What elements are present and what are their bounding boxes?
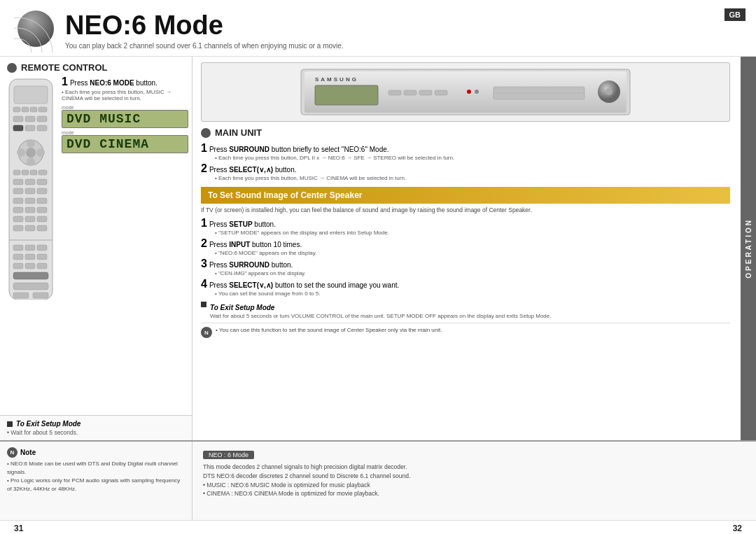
svg-point-18 xyxy=(17,148,25,157)
svg-rect-21 xyxy=(13,170,20,175)
svg-point-70 xyxy=(475,90,479,94)
step1-text: Press NEO:6 MODE button. xyxy=(70,79,158,87)
svg-rect-8 xyxy=(38,107,47,112)
setup-step1-note: • "SETUP MODE" appears on the display an… xyxy=(215,230,730,236)
svg-rect-52 xyxy=(37,263,47,269)
page-right: 32 xyxy=(733,524,742,531)
setup-step2-note: • "NEO:6 MODE" appears on the display. xyxy=(215,250,730,256)
svg-rect-42 xyxy=(37,225,47,231)
remote-steps: 1 Press NEO:6 MODE button. • Each time y… xyxy=(62,76,188,415)
svg-rect-46 xyxy=(37,245,47,251)
main-unit-header: MAIN UNIT xyxy=(201,127,730,138)
svg-point-17 xyxy=(27,157,35,166)
page-header: NEO:6 Mode You can play back 2 channel s… xyxy=(0,0,756,57)
page-left: 31 xyxy=(14,524,23,531)
page-title: NEO:6 Mode xyxy=(65,10,344,41)
setup-step1-num: 1 xyxy=(201,217,207,230)
svg-rect-22 xyxy=(22,170,29,175)
bottom-section: N Note • NEO:6 Mode can be used with DTS… xyxy=(0,440,756,531)
setup-step4: 4 Press SELECT(∨,∧) button to set the so… xyxy=(201,278,730,297)
left-panel: REMOTE CONTROL xyxy=(0,57,192,440)
exit-note: • Wait for about 5 seconds. xyxy=(7,429,185,436)
setup-step3-num: 3 xyxy=(201,258,207,270)
remote-image xyxy=(4,76,58,415)
main-note: N • You can use this function to set the… xyxy=(201,323,730,338)
main-step1-num: 1 xyxy=(201,142,207,155)
svg-rect-53 xyxy=(13,272,48,279)
main-unit-bullet-icon xyxy=(201,128,211,138)
svg-rect-56 xyxy=(33,293,48,298)
svg-rect-33 xyxy=(37,198,47,204)
setup-step4-text: Press SELECT(∨,∧) button to set the soun… xyxy=(209,281,399,289)
svg-rect-45 xyxy=(25,245,35,251)
svg-rect-63 xyxy=(419,90,432,95)
main-exit-note: Wait for about 5 seconds or turn VOLUME … xyxy=(210,313,551,319)
svg-rect-54 xyxy=(13,283,48,290)
receiver-image: SAMSUNG xyxy=(201,62,730,122)
main-unit-title: MAIN UNIT xyxy=(215,127,262,138)
svg-rect-13 xyxy=(25,125,35,131)
svg-rect-9 xyxy=(13,116,23,122)
svg-rect-25 xyxy=(13,179,23,185)
setup-step3-text: Press SURROUND button. xyxy=(209,261,293,269)
setup-step3: 3 Press SURROUND button. • "CEN-IMG" app… xyxy=(201,258,730,276)
svg-rect-28 xyxy=(13,188,23,194)
svg-rect-14 xyxy=(37,125,47,131)
exit-bullet-icon xyxy=(7,421,13,427)
decorative-circles-icon xyxy=(14,7,59,52)
main-note-text: • You can use this function to set the s… xyxy=(216,327,442,333)
setup-step1: 1 Press SETUP button. • "SETUP MODE" app… xyxy=(201,217,730,236)
main-step1-text: Press SURROUND button briefly to select … xyxy=(209,146,389,153)
svg-rect-55 xyxy=(13,293,29,298)
setup-step1-text: Press SETUP button. xyxy=(209,220,276,228)
svg-rect-31 xyxy=(13,198,23,204)
lcd-display-2: mode DVD CINEMA xyxy=(62,130,188,153)
lcd1-label: mode xyxy=(62,105,188,110)
svg-point-68 xyxy=(606,88,612,95)
svg-rect-62 xyxy=(404,90,416,95)
svg-rect-36 xyxy=(37,207,47,213)
bottom-left: N Note • NEO:6 Mode can be used with DTS… xyxy=(0,442,192,531)
svg-rect-64 xyxy=(435,90,447,95)
svg-point-69 xyxy=(467,90,471,94)
svg-rect-61 xyxy=(388,90,401,95)
svg-rect-29 xyxy=(25,188,35,194)
page-subtitle: You can play back 2 channel sound over 6… xyxy=(65,42,344,50)
svg-rect-12 xyxy=(13,125,23,131)
step1-note: • Each time you press this button, MUSIC… xyxy=(62,89,188,101)
svg-point-0 xyxy=(14,38,31,52)
main-exit-title: To Exit Setup Mode xyxy=(210,304,274,311)
remote-step1: 1 Press NEO:6 MODE button. • Each time y… xyxy=(62,76,188,101)
main-step2: 2 Press SELECT(∨,∧) button. • Each time … xyxy=(201,162,730,181)
svg-rect-23 xyxy=(30,170,37,175)
bottom-right: NEO : 6 Mode This mode decodes 2 channel… xyxy=(192,442,741,531)
operation-label: OPERATION xyxy=(745,218,752,279)
svg-rect-27 xyxy=(37,179,47,185)
setup-step4-note: • You can set the sound image from 0 to … xyxy=(215,290,730,297)
receiver-svg: SAMSUNG xyxy=(298,66,634,118)
svg-rect-37 xyxy=(13,216,23,222)
main-step2-note: • Each time you press this button, MUSIC… xyxy=(215,175,730,181)
main-step2-text: Press SELECT(∨,∧) button. xyxy=(209,166,297,174)
section-bullet-icon xyxy=(7,63,17,73)
bottom-note-line1: • NEO:6 Mode can be used with DTS and Do… xyxy=(7,460,185,477)
remote-svg xyxy=(4,76,58,300)
svg-rect-50 xyxy=(13,263,23,269)
setup-step2: 2 Press INPUT button 10 times. • "NEO:6 … xyxy=(201,237,730,256)
svg-rect-40 xyxy=(13,225,23,231)
lcd-display-1: mode DVD MUSIC xyxy=(62,105,188,128)
setup-step2-text: Press INPUT button 10 times. xyxy=(209,241,302,248)
svg-rect-35 xyxy=(25,207,35,213)
svg-point-16 xyxy=(27,139,35,148)
svg-point-1 xyxy=(14,28,42,52)
setup-step4-num: 4 xyxy=(201,278,207,290)
highlight-box: To Set Sound Image of Center Speaker xyxy=(201,187,730,204)
svg-rect-48 xyxy=(25,254,35,260)
page-numbers: 31 32 xyxy=(0,520,756,534)
svg-rect-44 xyxy=(13,245,23,251)
svg-rect-41 xyxy=(25,225,35,231)
svg-rect-4 xyxy=(14,86,48,104)
right-panel: SAMSUNG xyxy=(192,57,741,440)
svg-rect-38 xyxy=(25,216,35,222)
main-step1: 1 Press SURROUND button briefly to selec… xyxy=(201,142,730,161)
